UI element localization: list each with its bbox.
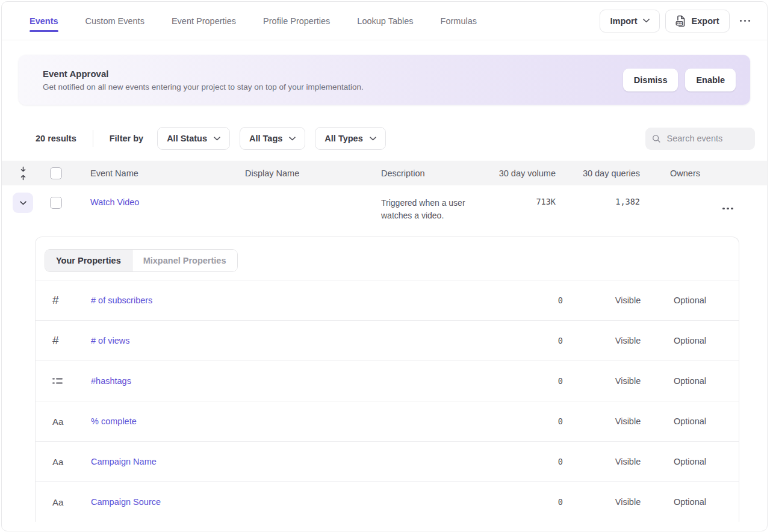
enable-button[interactable]: Enable [685,69,736,91]
property-visibility[interactable]: Visible [597,376,659,386]
filter-row: 20 results Filter by All StatusAll TagsA… [36,127,755,150]
ellipsis-icon [740,20,751,22]
text-type-icon: Aa [52,457,63,467]
banner-actions: Dismiss Enable [623,69,736,91]
results-count: 20 results [36,134,76,143]
queries-30d-value: 1,382 [556,193,640,206]
display-name-cell [245,193,381,197]
search-box[interactable] [645,128,755,150]
properties-tab-your-properties[interactable]: Your Properties [45,250,132,271]
header-display-name: Display Name [245,169,381,178]
tab-events[interactable]: Events [29,2,58,40]
chevron-down-icon [289,137,296,141]
property-requirement[interactable]: Optional [659,497,721,507]
number-type-icon: # [52,294,59,307]
banner-title: Event Approval [43,69,364,79]
property-name-link[interactable]: # of subscribers [91,295,152,305]
app-window: EventsCustom EventsEvent PropertiesProfi… [1,1,768,531]
property-row: Aa Campaign Source 0 Visible Optional [36,482,739,522]
list-type-icon [52,377,63,385]
volume-30d-value: 713K [495,193,556,206]
property-count: 0 [524,457,597,466]
tab-custom-events[interactable]: Custom Events [85,2,144,40]
chevron-down-icon [643,19,650,23]
event-rows: Watch Video Triggered when a user watche… [2,185,767,227]
event-row: Watch Video Triggered when a user watche… [2,185,767,227]
property-count: 0 [524,416,597,426]
active-tab-underline [29,30,58,32]
number-type-icon: # [52,334,59,347]
property-row: #hashtags 0 Visible Optional [36,361,739,401]
import-button-label: Import [610,16,637,26]
property-row: # # of views 0 Visible Optional [36,321,739,361]
more-options-button[interactable] [735,17,756,25]
filter-dropdown-all-tags[interactable]: All Tags [240,127,305,150]
tab-lookup-tables[interactable]: Lookup Tables [357,2,413,40]
property-visibility[interactable]: Visible [597,416,659,426]
row-menu-button[interactable] [722,208,733,210]
import-button[interactable]: Import [600,10,659,32]
text-type-icon: Aa [52,416,63,427]
property-row: # # of subscribers 0 Visible Optional [36,280,739,321]
nav-actions: Import csv Export [600,10,755,32]
property-requirement[interactable]: Optional [659,376,721,386]
row-checkbox[interactable] [50,197,62,209]
tab-formulas[interactable]: Formulas [441,2,477,40]
property-count: 0 [524,295,597,305]
property-name-link[interactable]: Campaign Name [91,457,157,466]
property-requirement[interactable]: Optional [659,416,721,426]
property-name-link[interactable]: # of views [91,336,129,345]
csv-file-icon: csv [675,15,686,27]
ellipsis-icon [722,208,733,210]
svg-text:csv: csv [677,22,682,25]
select-all-checkbox[interactable] [50,167,62,179]
search-input[interactable] [666,133,748,144]
tab-event-properties[interactable]: Event Properties [172,2,236,40]
filter-dropdowns: All StatusAll TagsAll Types [157,127,386,150]
property-row: Aa % complete 0 Visible Optional [36,401,739,442]
properties-tabs: Your PropertiesMixpanel Properties [45,249,238,272]
property-count: 0 [524,497,597,507]
property-name-link[interactable]: Campaign Source [91,497,161,507]
properties-tab-mixpanel-properties[interactable]: Mixpanel Properties [132,250,237,271]
chevron-down-icon [20,201,26,205]
property-requirement[interactable]: Optional [659,295,721,305]
event-description: Triggered when a user watches a video. [381,193,495,222]
divider [93,130,93,147]
property-visibility[interactable]: Visible [597,295,659,305]
banner-description: Get notified on all new events entering … [43,82,364,91]
header-description: Description [381,169,495,178]
dropdown-label: All Status [167,134,207,143]
filter-by-label: Filter by [110,134,143,143]
row-expander-button[interactable] [13,193,33,213]
header-30-day-volume: 30 day volume [495,169,556,178]
export-button[interactable]: csv Export [665,10,730,32]
property-name-link[interactable]: #hashtags [91,376,131,386]
filter-dropdown-all-types[interactable]: All Types [315,127,385,150]
filter-dropdown-all-status[interactable]: All Status [157,127,230,150]
dropdown-label: All Types [324,134,362,143]
event-name-link[interactable]: Watch Video [90,197,139,207]
top-navigation: EventsCustom EventsEvent PropertiesProfi… [2,2,767,40]
property-visibility[interactable]: Visible [597,336,659,345]
collapse-rows-icon[interactable] [19,166,27,181]
dismiss-button[interactable]: Dismiss [623,69,678,91]
property-requirement[interactable]: Optional [659,336,721,345]
property-visibility[interactable]: Visible [597,457,659,466]
property-name-link[interactable]: % complete [91,416,137,426]
property-row: Aa Campaign Name 0 Visible Optional [36,442,739,482]
banner-text: Event Approval Get notified on all new e… [33,69,364,91]
property-count: 0 [524,376,597,386]
property-count: 0 [524,336,597,345]
property-visibility[interactable]: Visible [597,497,659,507]
event-properties-card: Your PropertiesMixpanel Properties # # o… [35,237,739,522]
chevron-down-icon [214,137,220,141]
chevron-down-icon [370,137,376,141]
tab-profile-properties[interactable]: Profile Properties [263,2,330,40]
event-approval-banner: Event Approval Get notified on all new e… [19,55,750,105]
property-requirement[interactable]: Optional [659,457,721,466]
owners-cell [640,193,713,197]
export-button-label: Export [692,16,719,26]
header-owners: Owners [640,169,713,178]
nav-tabs: EventsCustom EventsEvent PropertiesProfi… [29,2,477,40]
